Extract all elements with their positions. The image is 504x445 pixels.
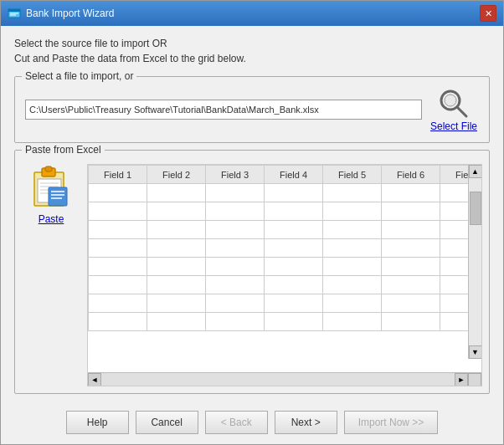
scroll-track-h <box>101 374 455 386</box>
horizontal-scrollbar[interactable]: ◄ ► <box>88 372 481 386</box>
table-row <box>89 239 482 258</box>
footer: Help Cancel < Back Next > Import Now >> <box>1 404 503 444</box>
magnifier-icon <box>437 87 471 120</box>
bank-import-wizard-window: Bank Import Wizard ✕ Select the source f… <box>0 0 504 445</box>
scroll-down-arrow[interactable]: ▼ <box>469 345 482 359</box>
window-icon <box>8 7 21 20</box>
col-header-4: Field 4 <box>265 166 323 184</box>
col-header-6: Field 6 <box>382 166 440 184</box>
svg-rect-9 <box>45 166 52 171</box>
svg-rect-15 <box>49 187 67 206</box>
paste-label-text[interactable]: Paste <box>39 213 64 225</box>
close-button[interactable]: ✕ <box>480 5 496 22</box>
col-header-1: Field 1 <box>89 166 147 184</box>
instruction-line1: Select the source file to import OR <box>14 36 490 51</box>
table-row <box>89 258 482 276</box>
select-file-button[interactable]: Select File <box>429 87 479 132</box>
file-select-row: Select File <box>25 87 479 132</box>
table-row <box>89 294 482 313</box>
title-bar: Bank Import Wizard ✕ <box>1 1 503 26</box>
scroll-left-arrow[interactable]: ◄ <box>88 373 101 386</box>
grid-table: Field 1 Field 2 Field 3 Field 4 Field 5 … <box>88 165 481 331</box>
scroll-corner <box>468 373 481 386</box>
col-header-2: Field 2 <box>147 166 206 184</box>
table-row <box>89 313 482 331</box>
table-row <box>89 221 482 239</box>
grid-scroll-area: Field 1 Field 2 Field 3 Field 4 Field 5 … <box>88 165 481 372</box>
back-button[interactable]: < Back <box>205 411 268 434</box>
vertical-scrollbar[interactable]: ▲ ▼ <box>468 165 481 359</box>
svg-line-6 <box>457 107 466 116</box>
paste-from-excel-group: Paste from Excel <box>14 150 490 394</box>
table-row <box>89 184 482 202</box>
select-file-label-text: Select File <box>430 120 477 132</box>
instruction-line2: Cut and Paste the data from Excel to the… <box>14 51 490 66</box>
table-row <box>89 276 482 294</box>
table-row <box>89 202 482 221</box>
cancel-button[interactable]: Cancel <box>136 411 198 434</box>
svg-point-5 <box>445 95 456 106</box>
svg-rect-1 <box>8 9 20 12</box>
import-now-button[interactable]: Import Now >> <box>344 411 439 434</box>
paste-icon <box>30 164 72 210</box>
scroll-thumb-v[interactable] <box>470 192 481 225</box>
file-select-label: Select a file to import, or <box>22 70 136 82</box>
scroll-right-arrow[interactable]: ► <box>455 373 468 386</box>
main-content: Select the source file to import OR Cut … <box>1 26 503 404</box>
file-select-group: Select a file to import, or Select File <box>14 76 490 143</box>
file-path-input[interactable] <box>25 100 422 120</box>
window-title: Bank Import Wizard <box>26 8 480 19</box>
paste-group-label: Paste from Excel <box>22 144 105 156</box>
help-button[interactable]: Help <box>66 411 129 434</box>
paste-button-area: Paste <box>22 157 80 386</box>
data-grid: Field 1 Field 2 Field 3 Field 4 Field 5 … <box>87 164 482 386</box>
next-button[interactable]: Next > <box>275 411 337 434</box>
col-header-5: Field 5 <box>323 166 382 184</box>
scroll-up-arrow[interactable]: ▲ <box>469 165 482 178</box>
col-header-3: Field 3 <box>206 166 265 184</box>
instructions: Select the source file to import OR Cut … <box>14 36 490 66</box>
